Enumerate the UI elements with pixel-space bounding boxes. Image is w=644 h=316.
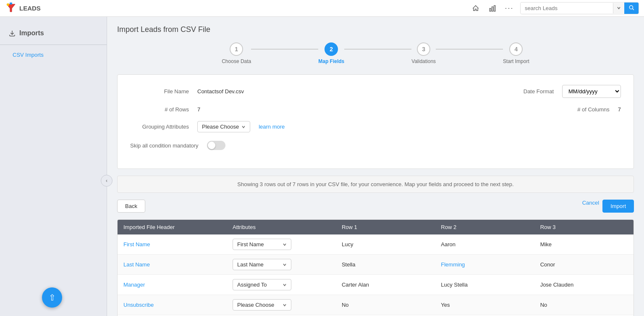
grouping-label: Grouping Attributes [130, 124, 189, 130]
cell-row2-3: Yes [435, 295, 534, 315]
grouping-select-button[interactable]: Please Choose [197, 121, 250, 132]
columns-section: # of Columns 7 [551, 106, 621, 113]
cell-row2-2: Lucy Stella [435, 275, 534, 295]
info-bar: Showing 3 rows out of 7 rows in your CSV… [117, 176, 634, 193]
step-1: 1 Choose Data [222, 42, 251, 64]
date-format-select[interactable]: MM/dd/yyyy dd/MM/yyyy yyyy-MM-dd [562, 85, 621, 98]
cell-header-2[interactable]: Manager [118, 275, 227, 295]
attr-dropdown-icon-3 [283, 303, 287, 307]
cell-row3-3: No [534, 295, 634, 315]
top-nav: LEADS ··· [0, 0, 644, 17]
th-imported-header: Imported File Header [118, 220, 227, 234]
cell-row1-1: Stella [336, 255, 435, 275]
cell-row1-3: No [336, 295, 435, 315]
cell-row2-1: Flemming [435, 255, 534, 275]
th-row3: Row 3 [534, 220, 634, 234]
stats-button[interactable] [486, 2, 499, 15]
learn-more-link[interactable]: learn more [259, 124, 285, 130]
grouping-row: Grouping Attributes Please Choose learn … [130, 121, 621, 132]
data-table-container: Imported File Header Attributes Row 1 Ro… [117, 219, 634, 316]
step-connector-3-4 [436, 49, 503, 50]
attr-dropdown-icon-1 [283, 263, 287, 267]
table-body: First Name First Name Lucy Aaron Mike La… [118, 234, 634, 316]
sidebar-collapse-button[interactable]: ‹ [101, 175, 113, 187]
search-submit-button[interactable] [624, 3, 639, 14]
import-button[interactable]: Import [602, 200, 634, 213]
layout: Imports CSV Imports ‹ Import Leads from … [0, 17, 644, 316]
logo-icon [5, 3, 17, 14]
table-row: Manager Assigned To Carter Alan Lucy Ste… [118, 275, 634, 295]
cell-row1-0: Lucy [336, 234, 435, 255]
back-button[interactable]: Back [117, 200, 145, 213]
step-connector-2-3 [344, 49, 411, 50]
th-attributes: Attributes [227, 220, 336, 234]
cell-row3-1: Conor [534, 255, 634, 275]
cell-row3-0: Mike [534, 234, 634, 255]
search-dropdown-button[interactable] [613, 3, 624, 13]
nav-icons: ··· [469, 2, 516, 15]
file-name-value: Contactsof Dev.csv [197, 88, 244, 95]
svg-point-2 [7, 3, 9, 6]
attribute-select-3[interactable]: Please Choose [233, 299, 291, 311]
step-2-label: Map Fields [318, 58, 344, 64]
form-card: File Name Contactsof Dev.csv Date Format… [117, 74, 634, 169]
imports-icon [8, 29, 16, 37]
skip-row: Skip all condition mandatory [130, 141, 621, 150]
cell-attribute-1: Last Name [227, 255, 336, 275]
cell-header-3[interactable]: Unsubscribe [118, 295, 227, 315]
cancel-link[interactable]: Cancel [582, 200, 599, 213]
more-button[interactable]: ··· [503, 2, 516, 15]
attribute-label-1: Last Name [237, 261, 264, 268]
info-bar-text: Showing 3 rows out of 7 rows in your CSV… [237, 181, 513, 187]
app-logo: LEADS [5, 3, 41, 14]
sidebar-item-csv-imports[interactable]: CSV Imports [0, 48, 107, 61]
rows-label: # of Rows [130, 106, 189, 113]
step-3-label: Validations [411, 58, 436, 64]
main-content: Import Leads from CSV File 1 Choose Data… [107, 17, 644, 316]
attribute-select-0[interactable]: First Name [233, 239, 291, 250]
table-row: Unsubscribe Please Choose No Yes No [118, 295, 634, 315]
columns-label: # of Columns [551, 106, 610, 113]
cell-row1-2: Carter Alan [336, 275, 435, 295]
table-header: Imported File Header Attributes Row 1 Ro… [118, 220, 634, 234]
table-row: Last Name Last Name Stella Flemming Cono… [118, 255, 634, 275]
sidebar: Imports CSV Imports ‹ [0, 17, 107, 316]
rows-row: # of Rows 7 # of Columns 7 [130, 106, 621, 113]
search-container [520, 2, 639, 14]
step-1-circle: 1 [230, 42, 243, 56]
attribute-label-3: Please Choose [237, 302, 274, 308]
action-buttons: Back Cancel Import [117, 200, 634, 213]
cell-row2-0: Aaron [435, 234, 534, 255]
step-connector-1-2 [251, 49, 318, 50]
sidebar-divider [0, 45, 107, 45]
th-row2: Row 2 [435, 220, 534, 234]
date-format-section: Date Format MM/dd/yyyy dd/MM/yyyy yyyy-M… [495, 85, 621, 98]
cell-attribute-2: Assigned To [227, 275, 336, 295]
svg-point-7 [629, 5, 633, 9]
cell-header-0[interactable]: First Name [118, 234, 227, 255]
table-row: First Name First Name Lucy Aaron Mike [118, 234, 634, 255]
attr-dropdown-icon-2 [283, 283, 287, 287]
skip-toggle[interactable] [207, 141, 225, 150]
attribute-select-2[interactable]: Assigned To [233, 279, 291, 290]
attribute-label-2: Assigned To [237, 282, 267, 288]
btn-right-group: Cancel Import [582, 200, 634, 213]
attribute-select-1[interactable]: Last Name [233, 259, 291, 270]
data-table: Imported File Header Attributes Row 1 Ro… [118, 220, 634, 316]
cell-row3-2: Jose Clauden [534, 275, 634, 295]
attribute-label-0: First Name [237, 241, 264, 248]
step-4-label: Start Import [503, 58, 529, 64]
app-title: LEADS [19, 5, 41, 12]
cell-header-1[interactable]: Last Name [118, 255, 227, 275]
grouping-dropdown-icon [241, 125, 246, 129]
step-4-circle: 4 [509, 42, 523, 56]
search-input[interactable] [521, 3, 613, 13]
step-2: 2 Map Fields [318, 42, 344, 64]
step-2-circle: 2 [325, 42, 338, 56]
svg-rect-5 [492, 7, 493, 11]
scroll-up-button[interactable]: ⇧ [42, 287, 62, 308]
grouping-select-label: Please Choose [202, 124, 239, 130]
file-name-label: File Name [130, 88, 189, 95]
home-button[interactable] [469, 2, 482, 15]
th-row1: Row 1 [336, 220, 435, 234]
